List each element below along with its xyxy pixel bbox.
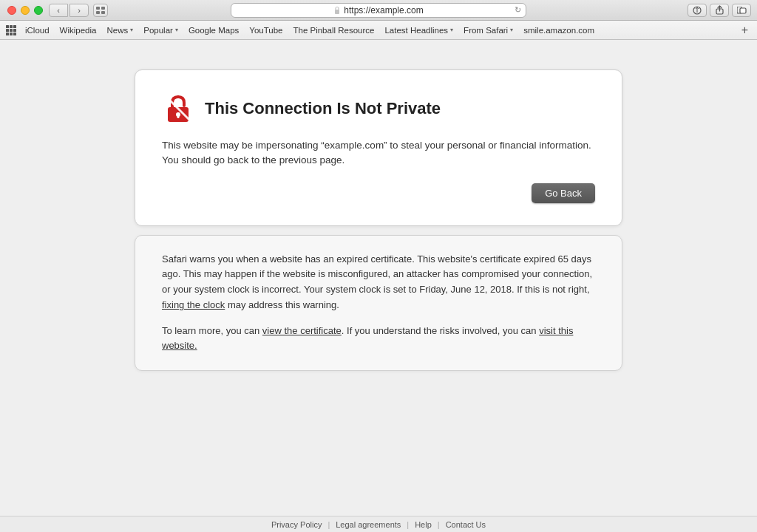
fix-clock-link[interactable]: fixing the clock xyxy=(162,299,225,310)
titlebar: ‹ › https://example.com ↻ xyxy=(0,0,757,21)
back-button[interactable]: ‹ xyxy=(49,4,68,17)
detail-text-suffix: may address this warning. xyxy=(225,299,339,310)
svg-rect-4 xyxy=(335,10,339,14)
reload-button[interactable]: ↻ xyxy=(515,5,521,15)
chevron-down-icon: ▾ xyxy=(175,27,178,33)
footer-sep-1: | xyxy=(327,520,330,529)
bookmark-amazon[interactable]: smile.amazon.com xyxy=(519,24,599,36)
footer-legal[interactable]: Legal agreements xyxy=(336,520,401,529)
footer-help[interactable]: Help xyxy=(415,520,432,529)
broken-lock-icon xyxy=(162,92,194,125)
chevron-down-icon: ▾ xyxy=(450,27,453,33)
nav-buttons: ‹ › xyxy=(49,4,89,17)
address-bar-wrap: https://example.com ↻ xyxy=(231,3,526,18)
error-card: This Connection Is Not Private This webs… xyxy=(135,69,622,226)
close-button[interactable] xyxy=(7,6,16,15)
forward-button[interactable]: › xyxy=(69,4,89,17)
address-bar[interactable]: https://example.com ↻ xyxy=(231,3,526,18)
detail-main-text: Safari warns you when a website has an e… xyxy=(162,252,595,313)
view-certificate-link[interactable]: view the certificate xyxy=(262,325,342,336)
svg-rect-1 xyxy=(101,7,105,10)
svg-rect-3 xyxy=(101,11,105,14)
chevron-down-icon: ▾ xyxy=(510,27,513,33)
bookmark-news[interactable]: News ▾ xyxy=(102,24,138,36)
footer: Privacy Policy | Legal agreements | Help… xyxy=(0,516,757,532)
detail-text-main: Safari warns you when a website has an e… xyxy=(162,253,592,296)
page-content: This Connection Is Not Private This webs… xyxy=(0,40,757,516)
url-display: https://example.com xyxy=(344,5,423,16)
footer-sep-3: | xyxy=(438,520,440,529)
svg-rect-2 xyxy=(96,11,100,14)
svg-rect-12 xyxy=(177,115,180,118)
error-title: This Connection Is Not Private xyxy=(205,99,441,118)
bookmark-pinball[interactable]: The Pinball Resource xyxy=(288,24,378,36)
toolbar-right xyxy=(688,4,757,17)
error-description: This website may be impersonating “examp… xyxy=(162,138,595,168)
traffic-lights xyxy=(0,6,43,15)
bookmark-headlines[interactable]: Latest Headlines ▾ xyxy=(380,24,458,36)
bookmarks-grid-icon[interactable] xyxy=(6,25,16,35)
footer-privacy-policy[interactable]: Privacy Policy xyxy=(271,520,322,529)
bookmarks-bar: iCloud Wikipedia News ▾ Popular ▾ Google… xyxy=(0,21,757,40)
svg-rect-8 xyxy=(740,8,746,13)
detail-card: Safari warns you when a website has an e… xyxy=(135,235,622,372)
learn-prefix: To learn more, you can xyxy=(162,325,262,336)
error-header: This Connection Is Not Private xyxy=(162,92,595,125)
svg-rect-0 xyxy=(96,7,100,10)
maximize-button[interactable] xyxy=(34,6,43,15)
tab-overview-button[interactable] xyxy=(93,4,108,17)
bookmark-wikipedia[interactable]: Wikipedia xyxy=(55,24,101,36)
add-bookmark-button[interactable]: + xyxy=(739,24,751,37)
reading-list-button[interactable] xyxy=(688,4,707,17)
bookmark-icloud[interactable]: iCloud xyxy=(21,24,54,36)
footer-sep-2: | xyxy=(407,520,409,529)
go-back-row: Go Back xyxy=(162,183,595,203)
bookmark-googlemaps[interactable]: Google Maps xyxy=(184,24,243,36)
learn-mid: . If you understand the risks involved, … xyxy=(342,325,539,336)
bookmark-fromsafari[interactable]: From Safari ▾ xyxy=(459,24,517,36)
footer-contact[interactable]: Contact Us xyxy=(446,520,486,529)
chevron-down-icon: ▾ xyxy=(130,27,133,33)
bookmark-youtube[interactable]: YouTube xyxy=(245,24,287,36)
go-back-button[interactable]: Go Back xyxy=(532,183,595,203)
minimize-button[interactable] xyxy=(21,6,30,15)
new-tab-button[interactable] xyxy=(732,4,751,17)
bookmark-popular[interactable]: Popular ▾ xyxy=(139,24,183,36)
learn-more-text: To learn more, you can view the certific… xyxy=(162,324,595,355)
share-button[interactable] xyxy=(710,4,729,17)
